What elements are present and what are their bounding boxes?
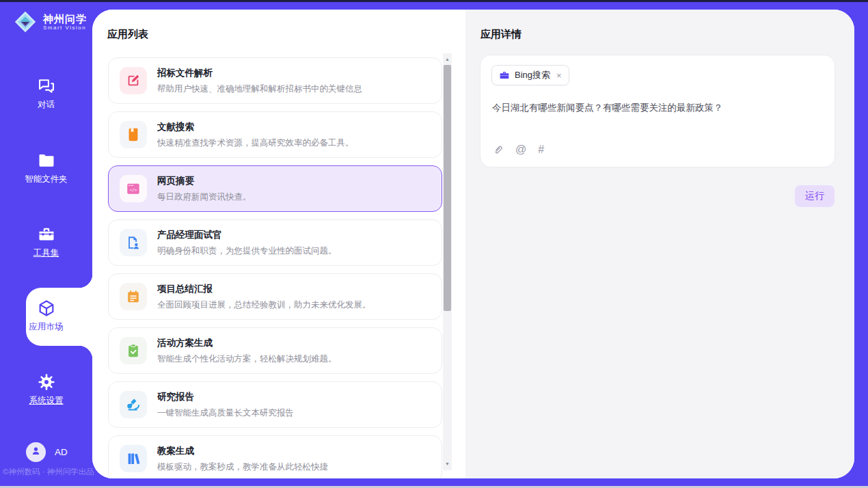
sidebar-item-app-market[interactable]: 应用市场 [0, 299, 92, 333]
app-card-title: 网页摘要 [157, 175, 252, 187]
clipboard-check-icon [120, 337, 147, 364]
app-card[interactable]: 活动方案生成 智能生成个性化活动方案，轻松解决规划难题。 [108, 327, 442, 374]
user-initials: AD [55, 447, 68, 457]
app-card-desc: 帮助用户快速、准确地理解和解析招标书中的关键信息 [157, 83, 362, 95]
copyright-text: ©神州数码 · 神州问学出品 [3, 467, 95, 477]
sidebar-item-label: 应用市场 [29, 321, 64, 333]
cube-icon [37, 299, 56, 318]
browser-code-icon: </> [120, 175, 147, 202]
app-card-desc: 全面回顾项目进展，总结经验教训，助力未来优化发展。 [157, 299, 371, 311]
app-card-desc: 明确身份和职责，为您提供专业性的面试问题。 [157, 245, 337, 257]
brand-logo: 神州问学 Smart Vision [12, 9, 87, 35]
folder-icon [37, 151, 56, 170]
sidebar-item-label: 对话 [38, 99, 55, 111]
user-profile[interactable]: AD [26, 442, 68, 462]
briefcase-icon [499, 70, 510, 81]
attach-button[interactable] [492, 144, 504, 156]
run-button[interactable]: 运行 [795, 185, 835, 207]
top-edge-line [0, 0, 868, 2]
app-card-desc: 智能生成个性化活动方案，轻松解决规划难题。 [157, 353, 337, 365]
scrollbar[interactable]: ▲ ▼ [443, 53, 452, 470]
avatar [26, 442, 46, 462]
app-card-desc: 模板驱动，教案秒成，教学准备从此轻松快捷 [157, 461, 328, 473]
brand-logo-icon [12, 9, 38, 35]
app-card[interactable]: 项目总结汇报 全面回顾项目进展，总结经验教训，助力未来优化发展。 [108, 273, 442, 320]
report-note-icon [120, 283, 147, 310]
sidebar-item-label: 智能文件夹 [25, 174, 68, 185]
sidebar-item-toolset[interactable]: 工具集 [0, 225, 92, 259]
toolbox-icon [37, 225, 56, 244]
sidebar-item-label: 工具集 [33, 247, 59, 259]
scroll-thumb[interactable] [444, 65, 451, 311]
prompt-toolbar: @ # [492, 144, 544, 156]
app-card-title: 招标文件解析 [157, 67, 362, 79]
tool-tag-label: Bing搜索 [515, 69, 550, 81]
edit-pen-icon [120, 67, 147, 94]
tool-tag-bing[interactable]: Bing搜索 × [491, 65, 569, 85]
user-icon [30, 445, 42, 459]
interview-icon [120, 229, 147, 256]
app-card[interactable]: 研究报告 一键智能生成高质量长文本研究报告 [108, 381, 442, 428]
brand-name: 神州问学 [43, 13, 87, 25]
app-card-title: 活动方案生成 [157, 337, 337, 349]
scroll-up-button[interactable]: ▲ [443, 55, 452, 64]
gear-icon [37, 372, 56, 392]
research-icon [120, 391, 147, 418]
app-card-desc: 每日政府新闻资讯快查。 [157, 191, 252, 203]
paperclip-icon [492, 144, 504, 156]
sidebar-item-settings[interactable]: 系统设置 [0, 372, 92, 407]
active-bubble-fillet-top [79, 274, 92, 288]
svg-text:</>: </> [130, 187, 137, 192]
lesson-books-icon [120, 445, 147, 472]
app-card-title: 产品经理面试官 [157, 229, 337, 241]
active-bubble-fillet-bottom [79, 346, 92, 360]
app-card-title: 研究报告 [157, 391, 294, 403]
app-card[interactable]: 招标文件解析 帮助用户快速、准确地理解和解析招标书中的关键信息 [108, 57, 442, 104]
app-card-desc: 快速精准查找学术资源，提高研究效率的必备工具。 [157, 137, 354, 149]
main-panel: 应用列表 招标文件解析 帮助用户快速、准确地理解和解析招标书中的关键信息 文献搜… [92, 10, 854, 478]
app-card[interactable]: 教案生成 模板驱动，教案秒成，教学准备从此轻松快捷 [108, 435, 442, 478]
app-card-desc: 一键智能生成高质量长文本研究报告 [157, 407, 294, 419]
app-detail-panel: 应用详情 Bing搜索 × 今日湖北有哪些新闻要点？有哪些需要关注的最新政策？ … [465, 10, 854, 478]
brand-subtitle: Smart Vision [43, 25, 87, 31]
prompt-input[interactable]: 今日湖北有哪些新闻要点？有哪些需要关注的最新政策？ [492, 102, 824, 114]
sidebar: 神州问学 Smart Vision 对话 智能文件夹 工具集 应用市场 [0, 0, 92, 488]
app-card-list: 招标文件解析 帮助用户快速、准确地理解和解析招标书中的关键信息 文献搜索 快速精… [108, 57, 442, 478]
mention-button[interactable]: @ [515, 144, 526, 156]
sidebar-item-label: 系统设置 [29, 395, 64, 407]
topic-button[interactable]: # [538, 144, 544, 156]
app-list-panel: 应用列表 招标文件解析 帮助用户快速、准确地理解和解析招标书中的关键信息 文献搜… [92, 10, 465, 478]
app-card-title: 教案生成 [157, 445, 328, 457]
book-icon [120, 121, 147, 148]
sidebar-item-smart-folder[interactable]: 智能文件夹 [0, 151, 92, 185]
chat-icon [37, 77, 56, 96]
scroll-down-button[interactable]: ▼ [443, 459, 452, 469]
app-card[interactable]: 产品经理面试官 明确身份和职责，为您提供专业性的面试问题。 [108, 219, 442, 266]
app-card-title: 文献搜索 [157, 121, 354, 133]
app-card[interactable]: 文献搜索 快速精准查找学术资源，提高研究效率的必备工具。 [108, 111, 442, 158]
prompt-text: 今日湖北有哪些新闻要点？有哪些需要关注的最新政策？ [492, 103, 723, 113]
sidebar-item-chat[interactable]: 对话 [0, 77, 92, 111]
prompt-card: Bing搜索 × 今日湖北有哪些新闻要点？有哪些需要关注的最新政策？ @ # [480, 55, 835, 167]
app-list-title: 应用列表 [107, 28, 148, 41]
tag-close-button[interactable]: × [556, 70, 562, 81]
app-card-title: 项目总结汇报 [157, 283, 371, 295]
app-detail-title: 应用详情 [480, 28, 521, 41]
app-card[interactable]: </> 网页摘要 每日政府新闻资讯快查。 [108, 165, 442, 212]
